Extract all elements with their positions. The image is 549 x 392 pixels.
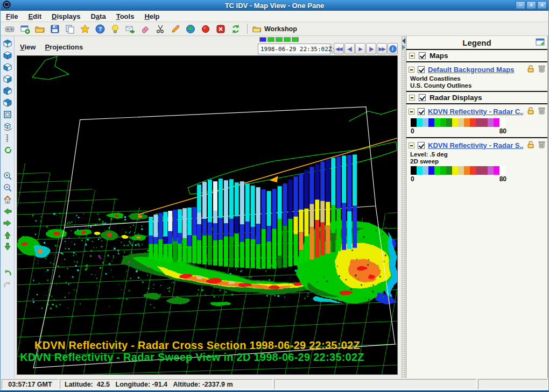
window-title: TC IDV - Map View - One Pane	[1, 2, 548, 10]
trash-icon[interactable]	[538, 140, 545, 150]
maximize-button[interactable]: +	[526, 1, 536, 9]
collapse-button[interactable]	[409, 53, 415, 59]
item-visibility-checkbox[interactable]	[418, 108, 425, 115]
menu-displays[interactable]: Displays	[52, 12, 80, 20]
close-button[interactable]: ×	[537, 1, 547, 9]
pan-up-icon	[3, 230, 12, 240]
home-button[interactable]	[2, 194, 13, 205]
refresh-button[interactable]	[229, 23, 242, 35]
eraser-button[interactable]	[139, 23, 152, 35]
collapse-button[interactable]	[409, 95, 415, 101]
edit-button[interactable]	[169, 23, 182, 35]
view-left-button[interactable]	[2, 62, 13, 73]
workshop-button[interactable]: Workshop	[252, 25, 297, 33]
remove-button[interactable]	[214, 23, 227, 35]
toolbar-separator	[247, 24, 248, 34]
time-combobox[interactable]: 1998-06-29 22:35:02Z ▼	[258, 44, 330, 54]
display-link[interactable]: Default Background Maps	[428, 66, 523, 74]
item-visibility-checkbox[interactable]	[418, 142, 425, 149]
zoom-in-icon	[3, 171, 12, 181]
pan-left-button[interactable]	[2, 206, 13, 217]
cut-icon	[155, 24, 166, 34]
item-visibility-checkbox[interactable]	[418, 66, 425, 73]
time-value: 1998-06-29 22:35:02Z	[258, 46, 332, 53]
step-back-button[interactable]: ◀|	[344, 43, 355, 54]
menu-edit[interactable]: Edit	[28, 12, 41, 20]
lock-icon[interactable]	[526, 65, 535, 74]
refresh-icon	[230, 24, 241, 34]
view-bottom-button[interactable]	[2, 50, 13, 61]
box-outline-button[interactable]	[2, 109, 13, 120]
globe-button[interactable]	[184, 23, 197, 35]
collapse-left-arrow[interactable]	[402, 38, 405, 44]
display-link[interactable]: KDVN Reflectivity - Radar S...	[428, 141, 523, 149]
animation-controls: ◀◀◀|▶|▶▶▶i	[334, 43, 398, 54]
new-window-button[interactable]	[18, 23, 31, 35]
trash-icon[interactable]	[538, 106, 545, 116]
minimize-button[interactable]: −	[516, 1, 525, 9]
reflectivity-colorbar	[411, 118, 505, 127]
view-top-button[interactable]	[2, 38, 13, 49]
menu-help[interactable]: Help	[144, 12, 159, 20]
lock-icon[interactable]	[526, 140, 535, 150]
pan-up-button[interactable]	[2, 230, 13, 240]
reset-rotation-button[interactable]	[2, 145, 13, 155]
toolbar: ?Workshop	[1, 22, 548, 36]
copy-button[interactable]	[64, 23, 76, 35]
step-forward-button[interactable]: |▶	[366, 43, 376, 54]
view-back-button[interactable]	[2, 97, 13, 108]
collapse-button[interactable]	[409, 67, 414, 73]
dashboard-button[interactable]	[3, 23, 16, 35]
animation-timeline	[259, 37, 299, 42]
zoom-out-button[interactable]	[2, 182, 13, 193]
redo-button[interactable]	[2, 279, 13, 290]
clock-readout: 03:57:17 GMT	[2, 379, 59, 389]
collapse-button[interactable]	[409, 142, 414, 148]
reflectivity-colorbar	[411, 166, 505, 175]
lock-icon[interactable]	[526, 106, 535, 116]
tip-button[interactable]	[109, 23, 122, 35]
cut-button[interactable]	[154, 23, 167, 35]
menu-file[interactable]: File	[6, 12, 18, 20]
map-view-canvas[interactable]: KDVN Reflectivity - Radar Cross Section …	[17, 55, 398, 375]
last-button[interactable]: ▶▶	[377, 43, 387, 54]
display-link[interactable]: KDVN Reflectivity - Radar C...	[428, 108, 523, 116]
play-button[interactable]: ▶	[355, 43, 365, 54]
view-back-icon	[3, 98, 12, 108]
title-bar[interactable]: TC IDV - Map View - One Pane − + ×	[1, 0, 548, 11]
pan-down-button[interactable]	[2, 241, 13, 252]
menu-tools[interactable]: Tools	[116, 12, 135, 20]
save-button[interactable]	[48, 23, 61, 35]
maps-visibility-checkbox[interactable]	[419, 52, 426, 59]
menu-projections[interactable]: Projections	[45, 43, 83, 51]
radar-visibility-checkbox[interactable]	[419, 94, 426, 101]
trash-icon[interactable]	[538, 65, 545, 74]
float-legend-icon[interactable]	[536, 38, 545, 47]
globe-icon	[185, 24, 196, 34]
properties-button[interactable]: i	[388, 43, 398, 54]
time-step-0	[259, 37, 266, 42]
menu-view[interactable]: View	[20, 43, 36, 51]
view-right-button[interactable]	[2, 74, 13, 84]
rotate-view-button[interactable]	[2, 121, 13, 132]
expand-right-arrow[interactable]	[402, 45, 405, 50]
collapse-button[interactable]	[409, 109, 414, 115]
menu-bar: FileEditDisplaysDataToolsHelp	[1, 11, 548, 22]
zoom-in-button[interactable]	[2, 170, 13, 181]
record-icon	[200, 24, 211, 34]
vertical-scale-button[interactable]	[2, 133, 13, 144]
remove-icon	[215, 24, 226, 34]
open-folder-button[interactable]	[33, 23, 46, 35]
help-button[interactable]: ?	[94, 23, 107, 35]
pan-right-button[interactable]	[2, 218, 13, 229]
category-label: Radar Displays	[430, 94, 482, 102]
status-extra-cell	[478, 379, 548, 389]
undo-button[interactable]	[2, 267, 13, 278]
menu-data[interactable]: Data	[90, 12, 105, 20]
favorites-button[interactable]	[79, 23, 92, 35]
send-mail-button[interactable]	[124, 23, 137, 35]
panel-splitter[interactable]	[401, 36, 406, 378]
record-button[interactable]	[199, 23, 212, 35]
view-front-button[interactable]	[2, 85, 13, 96]
first-button[interactable]: ◀◀	[334, 43, 344, 54]
